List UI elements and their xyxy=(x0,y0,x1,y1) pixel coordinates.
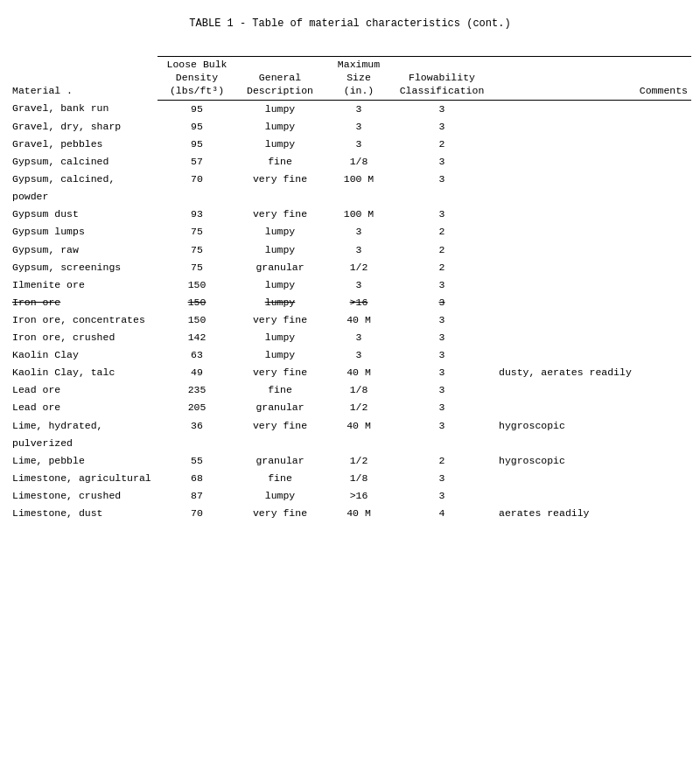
cell-desc: lumpy xyxy=(236,346,324,364)
cell-desc: lumpy xyxy=(236,329,324,346)
cell-size: 3 xyxy=(324,329,394,346)
cell-material: Lead ore xyxy=(9,381,158,399)
table-row: Gravel, bank run95lumpy33 xyxy=(9,100,691,118)
cell-density: 55 xyxy=(158,452,236,470)
cell-material: pulverized xyxy=(9,435,158,452)
cell-flow: 3 xyxy=(394,100,490,118)
cell-comments xyxy=(490,470,691,487)
cell-desc: granular xyxy=(236,399,324,416)
table-row: Ilmenite ore150lumpy33 xyxy=(9,276,691,294)
table-row: Iron ore, crushed142lumpy33 xyxy=(9,329,691,346)
material-table: Material . Loose Bulk Density (lbs/ft³) … xyxy=(9,56,691,522)
cell-size: 1/8 xyxy=(324,470,394,487)
cell-comments xyxy=(490,311,691,329)
cell-flow: 3 xyxy=(394,206,490,223)
cell-density: 95 xyxy=(158,118,236,136)
table-row: Gravel, pebbles95lumpy32 xyxy=(9,136,691,153)
cell-material: powder xyxy=(9,188,158,206)
cell-desc: very fine xyxy=(236,417,324,435)
cell-size: 3 xyxy=(324,223,394,241)
cell-material: Limestone, agricultural xyxy=(9,470,158,487)
cell-desc: granular xyxy=(236,259,324,276)
cell-material: Lead ore xyxy=(9,399,158,416)
cell-density: 95 xyxy=(158,136,236,153)
cell-size: 100 M xyxy=(324,171,394,188)
col-header-density: Loose Bulk Density (lbs/ft³) xyxy=(158,57,236,101)
cell-flow: 3 xyxy=(394,294,490,311)
cell-density: 150 xyxy=(158,294,236,311)
cell-size: 100 M xyxy=(324,206,394,223)
cell-comments xyxy=(490,241,691,259)
page-title: TABLE 1 - Table of material characterist… xyxy=(9,17,691,30)
cell-material: Lime, hydrated, xyxy=(9,417,158,435)
cell-comments xyxy=(490,329,691,346)
cell-flow: 3 xyxy=(394,399,490,416)
cell-flow: 3 xyxy=(394,487,490,505)
cell-flow: 3 xyxy=(394,346,490,364)
table-row: Gypsum, calcined57fine1/83 xyxy=(9,153,691,171)
cell-density: 95 xyxy=(158,100,236,118)
cell-comments xyxy=(490,399,691,416)
cell-density: 142 xyxy=(158,329,236,346)
col-header-desc: General Description xyxy=(236,57,324,101)
cell-comments xyxy=(490,153,691,171)
table-row: Kaolin Clay63lumpy33 xyxy=(9,346,691,364)
table-row: Lime, pebble55granular1/22hygroscopic xyxy=(9,452,691,470)
cell-desc: very fine xyxy=(236,364,324,381)
cell-desc: lumpy xyxy=(236,487,324,505)
cell-density: 49 xyxy=(158,364,236,381)
cell-desc: lumpy xyxy=(236,241,324,259)
table-row: Limestone, agricultural68fine1/83 xyxy=(9,470,691,487)
cell-desc: lumpy xyxy=(236,294,324,311)
cell-flow: 3 xyxy=(394,381,490,399)
cell-size: >16 xyxy=(324,487,394,505)
cell-material: Iron ore, concentrates xyxy=(9,311,158,329)
cell-density: 93 xyxy=(158,206,236,223)
cell-size xyxy=(324,188,394,206)
cell-desc: lumpy xyxy=(236,223,324,241)
table-row: Gravel, dry, sharp95lumpy33 xyxy=(9,118,691,136)
cell-size: 3 xyxy=(324,346,394,364)
cell-size: 1/2 xyxy=(324,399,394,416)
cell-material: Kaolin Clay xyxy=(9,346,158,364)
cell-size: 1/2 xyxy=(324,259,394,276)
cell-flow: 2 xyxy=(394,223,490,241)
cell-size: 1/8 xyxy=(324,153,394,171)
cell-material: Limestone, crushed xyxy=(9,487,158,505)
cell-comments xyxy=(490,487,691,505)
cell-desc xyxy=(236,435,324,452)
cell-comments: dusty, aerates readily xyxy=(490,364,691,381)
cell-density xyxy=(158,188,236,206)
cell-density: 75 xyxy=(158,259,236,276)
cell-flow: 3 xyxy=(394,470,490,487)
cell-material: Iron ore xyxy=(9,294,158,311)
cell-flow: 3 xyxy=(394,364,490,381)
cell-comments xyxy=(490,294,691,311)
cell-flow: 3 xyxy=(394,276,490,294)
cell-comments xyxy=(490,435,691,452)
col-header-flow: Flowability Classification xyxy=(394,57,490,101)
cell-material: Gypsum, calcined xyxy=(9,153,158,171)
cell-flow: 3 xyxy=(394,118,490,136)
cell-comments: hygroscopic xyxy=(490,452,691,470)
cell-flow: 3 xyxy=(394,153,490,171)
cell-material: Iron ore, crushed xyxy=(9,329,158,346)
cell-desc: granular xyxy=(236,452,324,470)
cell-flow xyxy=(394,188,490,206)
cell-desc: fine xyxy=(236,381,324,399)
cell-size: 40 M xyxy=(324,311,394,329)
cell-flow: 3 xyxy=(394,171,490,188)
cell-comments xyxy=(490,346,691,364)
cell-material: Gypsum dust xyxy=(9,206,158,223)
cell-size: 40 M xyxy=(324,364,394,381)
cell-desc: lumpy xyxy=(236,136,324,153)
cell-density: 150 xyxy=(158,311,236,329)
cell-comments xyxy=(490,259,691,276)
cell-density: 63 xyxy=(158,346,236,364)
table-row: Iron ore150lumpy>163 xyxy=(9,294,691,311)
cell-comments xyxy=(490,118,691,136)
cell-comments xyxy=(490,206,691,223)
cell-size: 3 xyxy=(324,118,394,136)
cell-comments xyxy=(490,276,691,294)
cell-material: Gravel, dry, sharp xyxy=(9,118,158,136)
